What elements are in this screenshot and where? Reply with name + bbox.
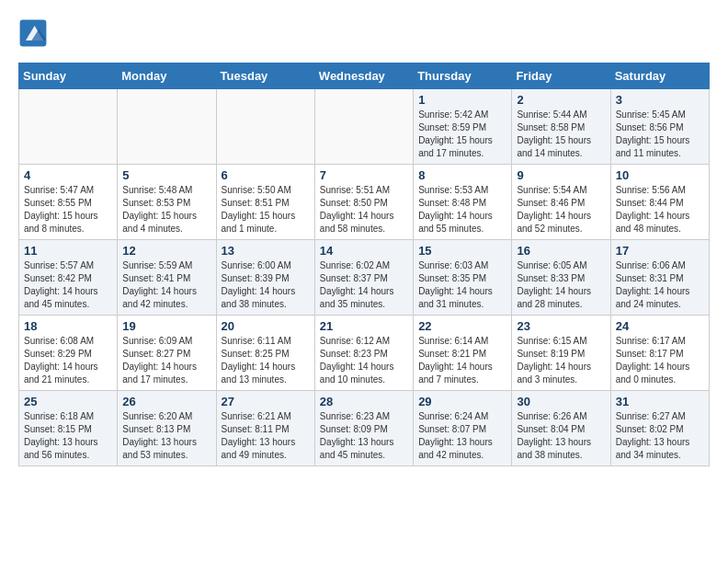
weekday-header-monday: Monday — [118, 63, 216, 89]
day-number: 20 — [222, 319, 310, 333]
day-info: Sunrise: 5:45 AM Sunset: 8:56 PM Dayligh… — [616, 109, 704, 160]
day-info: Sunrise: 6:18 AM Sunset: 8:15 PM Dayligh… — [24, 410, 112, 462]
day-info: Sunrise: 5:53 AM Sunset: 8:48 PM Dayligh… — [418, 184, 506, 236]
weekday-header-saturday: Saturday — [610, 63, 709, 89]
day-number: 11 — [24, 244, 112, 258]
calendar-day-cell: 16Sunrise: 6:05 AM Sunset: 8:33 PM Dayli… — [512, 240, 610, 316]
day-info: Sunrise: 6:11 AM Sunset: 8:25 PM Dayligh… — [222, 335, 310, 386]
weekday-header-row: SundayMondayTuesdayWednesdayThursdayFrid… — [19, 63, 710, 89]
day-info: Sunrise: 6:03 AM Sunset: 8:35 PM Dayligh… — [418, 259, 506, 311]
day-number: 9 — [517, 168, 605, 182]
weekday-header-friday: Friday — [512, 63, 610, 89]
day-number: 16 — [517, 244, 605, 258]
calendar-day-cell: 15Sunrise: 6:03 AM Sunset: 8:35 PM Dayli… — [414, 240, 512, 316]
day-number: 7 — [320, 168, 408, 182]
day-info: Sunrise: 6:14 AM Sunset: 8:21 PM Dayligh… — [418, 335, 506, 386]
day-number: 23 — [517, 319, 605, 333]
calendar-day-cell: 10Sunrise: 5:56 AM Sunset: 8:44 PM Dayli… — [610, 165, 709, 240]
day-info: Sunrise: 5:56 AM Sunset: 8:44 PM Dayligh… — [616, 184, 704, 236]
weekday-header-thursday: Thursday — [414, 63, 512, 89]
day-number: 24 — [616, 319, 704, 333]
day-number: 25 — [24, 395, 112, 408]
day-number: 8 — [418, 168, 506, 182]
day-number: 12 — [122, 244, 210, 258]
day-number: 5 — [122, 168, 210, 182]
calendar-day-cell — [314, 89, 413, 165]
day-number: 26 — [122, 395, 210, 408]
calendar-day-cell: 8Sunrise: 5:53 AM Sunset: 8:48 PM Daylig… — [414, 165, 512, 240]
day-info: Sunrise: 6:23 AM Sunset: 8:09 PM Dayligh… — [320, 410, 408, 462]
logo-icon — [18, 18, 48, 48]
day-info: Sunrise: 6:15 AM Sunset: 8:19 PM Dayligh… — [517, 335, 605, 386]
calendar-day-cell: 27Sunrise: 6:21 AM Sunset: 8:11 PM Dayli… — [216, 391, 314, 466]
calendar-day-cell: 12Sunrise: 5:59 AM Sunset: 8:41 PM Dayli… — [118, 240, 216, 316]
day-info: Sunrise: 6:21 AM Sunset: 8:11 PM Dayligh… — [222, 410, 310, 462]
calendar-day-cell: 1Sunrise: 5:42 AM Sunset: 8:59 PM Daylig… — [414, 89, 512, 165]
day-info: Sunrise: 5:51 AM Sunset: 8:50 PM Dayligh… — [320, 184, 408, 236]
day-number: 13 — [222, 244, 310, 258]
day-number: 3 — [616, 93, 704, 107]
calendar-day-cell: 6Sunrise: 5:50 AM Sunset: 8:51 PM Daylig… — [216, 165, 314, 240]
calendar-day-cell: 30Sunrise: 6:26 AM Sunset: 8:04 PM Dayli… — [512, 391, 610, 466]
day-info: Sunrise: 5:42 AM Sunset: 8:59 PM Dayligh… — [418, 109, 506, 160]
day-info: Sunrise: 6:20 AM Sunset: 8:13 PM Dayligh… — [122, 410, 210, 462]
logo — [18, 18, 50, 48]
day-number: 10 — [616, 168, 704, 182]
weekday-header-wednesday: Wednesday — [314, 63, 413, 89]
calendar-day-cell: 5Sunrise: 5:48 AM Sunset: 8:53 PM Daylig… — [118, 165, 216, 240]
calendar-day-cell: 26Sunrise: 6:20 AM Sunset: 8:13 PM Dayli… — [118, 391, 216, 466]
day-number: 27 — [222, 395, 310, 408]
calendar-day-cell: 2Sunrise: 5:44 AM Sunset: 8:58 PM Daylig… — [512, 89, 610, 165]
day-info: Sunrise: 5:54 AM Sunset: 8:46 PM Dayligh… — [517, 184, 605, 236]
day-number: 29 — [418, 395, 506, 408]
calendar-day-cell: 31Sunrise: 6:27 AM Sunset: 8:02 PM Dayli… — [610, 391, 709, 466]
calendar-day-cell: 18Sunrise: 6:08 AM Sunset: 8:29 PM Dayli… — [19, 316, 118, 391]
day-number: 4 — [24, 168, 112, 182]
calendar-day-cell: 3Sunrise: 5:45 AM Sunset: 8:56 PM Daylig… — [610, 89, 709, 165]
calendar-day-cell: 19Sunrise: 6:09 AM Sunset: 8:27 PM Dayli… — [118, 316, 216, 391]
calendar-day-cell — [118, 89, 216, 165]
calendar-week-row: 25Sunrise: 6:18 AM Sunset: 8:15 PM Dayli… — [19, 391, 710, 466]
calendar-day-cell: 20Sunrise: 6:11 AM Sunset: 8:25 PM Dayli… — [216, 316, 314, 391]
day-info: Sunrise: 5:48 AM Sunset: 8:53 PM Dayligh… — [122, 184, 210, 236]
day-info: Sunrise: 6:26 AM Sunset: 8:04 PM Dayligh… — [517, 410, 605, 462]
day-number: 28 — [320, 395, 408, 408]
calendar-day-cell: 13Sunrise: 6:00 AM Sunset: 8:39 PM Dayli… — [216, 240, 314, 316]
calendar-day-cell: 21Sunrise: 6:12 AM Sunset: 8:23 PM Dayli… — [314, 316, 413, 391]
calendar-day-cell: 28Sunrise: 6:23 AM Sunset: 8:09 PM Dayli… — [314, 391, 413, 466]
calendar-day-cell: 23Sunrise: 6:15 AM Sunset: 8:19 PM Dayli… — [512, 316, 610, 391]
calendar-week-row: 4Sunrise: 5:47 AM Sunset: 8:55 PM Daylig… — [19, 165, 710, 240]
day-info: Sunrise: 5:57 AM Sunset: 8:42 PM Dayligh… — [24, 259, 112, 311]
calendar-week-row: 1Sunrise: 5:42 AM Sunset: 8:59 PM Daylig… — [19, 89, 710, 165]
day-info: Sunrise: 6:06 AM Sunset: 8:31 PM Dayligh… — [616, 259, 704, 311]
day-info: Sunrise: 6:08 AM Sunset: 8:29 PM Dayligh… — [24, 335, 112, 386]
calendar-day-cell: 24Sunrise: 6:17 AM Sunset: 8:17 PM Dayli… — [610, 316, 709, 391]
day-number: 18 — [24, 319, 112, 333]
day-info: Sunrise: 6:27 AM Sunset: 8:02 PM Dayligh… — [616, 410, 704, 462]
day-info: Sunrise: 5:44 AM Sunset: 8:58 PM Dayligh… — [517, 109, 605, 160]
day-number: 19 — [122, 319, 210, 333]
day-info: Sunrise: 6:12 AM Sunset: 8:23 PM Dayligh… — [320, 335, 408, 386]
calendar-day-cell — [216, 89, 314, 165]
day-info: Sunrise: 6:24 AM Sunset: 8:07 PM Dayligh… — [418, 410, 506, 462]
day-info: Sunrise: 6:09 AM Sunset: 8:27 PM Dayligh… — [122, 335, 210, 386]
day-number: 30 — [517, 395, 605, 408]
day-number: 1 — [418, 93, 506, 107]
day-info: Sunrise: 6:05 AM Sunset: 8:33 PM Dayligh… — [517, 259, 605, 311]
day-number: 31 — [616, 395, 704, 408]
day-number: 17 — [616, 244, 704, 258]
calendar-day-cell: 11Sunrise: 5:57 AM Sunset: 8:42 PM Dayli… — [19, 240, 118, 316]
day-number: 2 — [517, 93, 605, 107]
calendar-week-row: 11Sunrise: 5:57 AM Sunset: 8:42 PM Dayli… — [19, 240, 710, 316]
day-info: Sunrise: 5:47 AM Sunset: 8:55 PM Dayligh… — [24, 184, 112, 236]
day-info: Sunrise: 5:50 AM Sunset: 8:51 PM Dayligh… — [222, 184, 310, 236]
day-info: Sunrise: 6:17 AM Sunset: 8:17 PM Dayligh… — [616, 335, 704, 386]
calendar-day-cell: 29Sunrise: 6:24 AM Sunset: 8:07 PM Dayli… — [414, 391, 512, 466]
day-number: 21 — [320, 319, 408, 333]
weekday-header-tuesday: Tuesday — [216, 63, 314, 89]
day-info: Sunrise: 6:02 AM Sunset: 8:37 PM Dayligh… — [320, 259, 408, 311]
calendar-day-cell: 4Sunrise: 5:47 AM Sunset: 8:55 PM Daylig… — [19, 165, 118, 240]
calendar-day-cell: 22Sunrise: 6:14 AM Sunset: 8:21 PM Dayli… — [414, 316, 512, 391]
calendar-day-cell: 25Sunrise: 6:18 AM Sunset: 8:15 PM Dayli… — [19, 391, 118, 466]
day-number: 22 — [418, 319, 506, 333]
